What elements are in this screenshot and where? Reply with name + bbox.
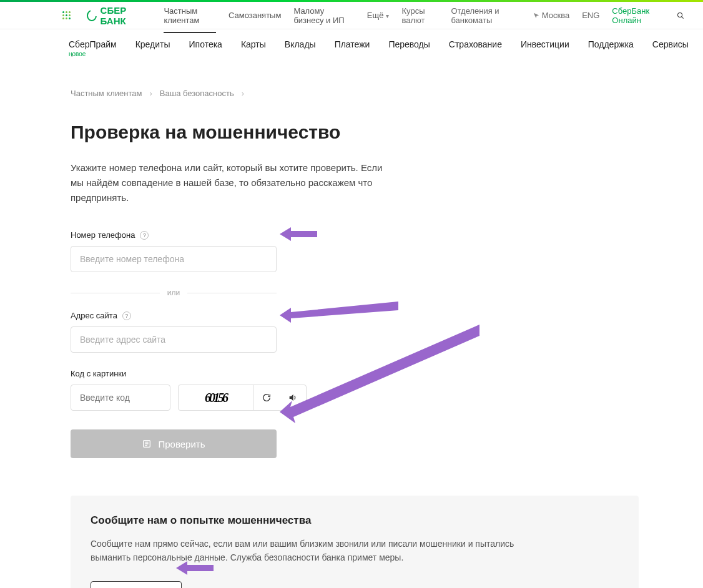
- top-header: СБЕР БАНК Частным клиентам Самозанятым М…: [0, 2, 703, 29]
- crumb-sep: ›: [150, 89, 152, 98]
- svg-point-0: [677, 12, 682, 17]
- breadcrumb: Частным клиентам › Ваша безопасность ›: [71, 89, 639, 98]
- report-box: Сообщите нам о попытке мошенничества Соо…: [71, 496, 639, 588]
- audience-tabs: Частным клиентам Самозанятым Малому бизн…: [164, 0, 389, 32]
- nav-mortgage[interactable]: Ипотека: [189, 39, 222, 59]
- speaker-icon: [288, 393, 298, 403]
- header-right: Курсы валют Отделения и банкоматы Москва…: [401, 6, 684, 25]
- help-icon[interactable]: ?: [122, 311, 131, 320]
- audio-captcha-button[interactable]: [280, 385, 306, 410]
- nav-credits[interactable]: Кредиты: [135, 39, 170, 59]
- site-input[interactable]: [71, 326, 277, 353]
- lead-text: Укажите номер телефона или сайт, который…: [71, 160, 395, 205]
- nav-cards[interactable]: Карты: [241, 39, 266, 59]
- captcha-input[interactable]: [71, 385, 170, 411]
- phone-label: Номер телефона ?: [71, 230, 639, 240]
- menu-icon[interactable]: [62, 11, 71, 19]
- refresh-icon: [262, 393, 272, 403]
- tab-business[interactable]: Малому бизнесу и ИП: [293, 0, 354, 32]
- report-heading: Сообщите нам о попытке мошенничества: [91, 514, 619, 527]
- nav-insurance[interactable]: Страхование: [449, 39, 502, 59]
- city-selector[interactable]: Москва: [533, 11, 569, 20]
- brand-text: СБЕР БАНК: [101, 5, 145, 26]
- link-rates[interactable]: Курсы валют: [401, 6, 438, 25]
- tab-selfemployed[interactable]: Самозанятым: [229, 3, 281, 27]
- tab-private[interactable]: Частным клиентам: [164, 0, 216, 32]
- page-container: Частным клиентам › Ваша безопасность › П…: [64, 70, 639, 588]
- svg-line-1: [681, 16, 683, 18]
- or-separator: или: [71, 288, 277, 297]
- shield-search-icon: [142, 439, 152, 449]
- nav-sberprime[interactable]: СберПрайм ›новое: [69, 39, 117, 59]
- link-lang[interactable]: ENG: [582, 11, 599, 20]
- logo[interactable]: СБЕР БАНК: [87, 5, 145, 26]
- main-nav: СберПрайм ›новое Кредиты Ипотека Карты В…: [0, 29, 703, 70]
- captcha-box: 60156: [178, 385, 307, 411]
- check-button[interactable]: Проверить: [71, 429, 277, 458]
- tab-more[interactable]: Ещё▾: [367, 3, 390, 27]
- link-online[interactable]: СберБанк Онлайн: [612, 6, 664, 25]
- crumb-security[interactable]: Ваша безопасность: [160, 89, 234, 98]
- captcha-image: 60156: [179, 385, 253, 410]
- nav-payments[interactable]: Платежи: [335, 39, 370, 59]
- report-button[interactable]: Сообщить: [91, 581, 182, 588]
- phone-input[interactable]: [71, 246, 277, 272]
- nav-support[interactable]: Поддержка: [588, 39, 634, 59]
- badge-new: новое: [69, 51, 86, 57]
- page-title: Проверка на мошенничество: [71, 122, 639, 143]
- nav-invest[interactable]: Инвестиции: [521, 39, 569, 59]
- site-label: Адрес сайта ?: [71, 311, 639, 320]
- search-icon[interactable]: [677, 11, 684, 21]
- nav-deposits[interactable]: Вклады: [285, 39, 316, 59]
- link-branches[interactable]: Отделения и банкоматы: [451, 6, 520, 25]
- crumb-sep: ›: [242, 89, 244, 98]
- chevron-down-icon: ▾: [386, 12, 389, 19]
- crumb-home[interactable]: Частным клиентам: [71, 89, 142, 98]
- logo-ring-icon: [87, 10, 97, 21]
- captcha-row: 60156: [71, 385, 639, 411]
- location-icon: [533, 12, 539, 19]
- nav-services[interactable]: Сервисы: [652, 39, 689, 59]
- report-text: Сообщите нам прямо сейчас, если вам или …: [91, 537, 553, 565]
- captcha-label: Код с картинки: [71, 369, 639, 378]
- refresh-captcha-button[interactable]: [253, 385, 280, 410]
- nav-transfers[interactable]: Переводы: [388, 39, 430, 59]
- help-icon[interactable]: ?: [140, 231, 149, 240]
